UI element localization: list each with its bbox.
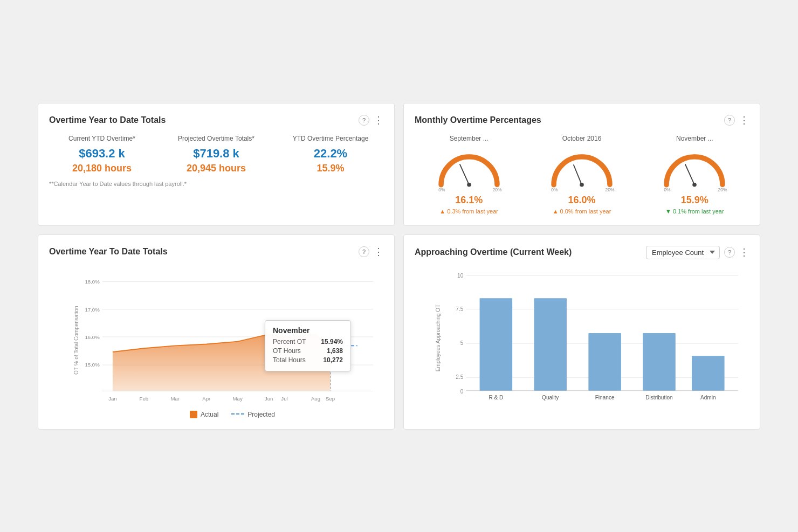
tooltip-hours-label: OT Hours <box>273 347 301 355</box>
tooltip-month: November <box>273 326 343 335</box>
tooltip-total-row: Total Hours 10,272 <box>273 356 343 364</box>
svg-point-3 <box>467 183 471 187</box>
bar-admin <box>692 356 725 391</box>
metric-current-ytd-dollars: $693.2 k <box>49 147 155 161</box>
svg-text:7.5: 7.5 <box>456 306 463 312</box>
approaching-ot-header: Approaching Overtime (Current Week) Empl… <box>415 246 749 259</box>
gauge-oct-svg: 0% 20% <box>544 147 620 192</box>
gauge-nov-svg: 0% 20% <box>657 147 732 192</box>
gauge-oct-title: October 2016 <box>562 135 602 142</box>
svg-text:Admin: Admin <box>700 395 716 400</box>
metric-projected-hours: 20,945 hours <box>163 163 269 174</box>
svg-text:Jun: Jun <box>265 395 273 401</box>
svg-text:Aug: Aug <box>311 395 320 401</box>
svg-text:18.0%: 18.0% <box>85 279 100 285</box>
ytd-chart-help-button[interactable]: ? <box>359 246 369 257</box>
monthly-ot-icons: ? ⋮ <box>724 114 749 126</box>
legend-actual: Actual <box>190 411 218 418</box>
approaching-ot-more-icon[interactable]: ⋮ <box>739 246 749 258</box>
bar-distribution <box>643 333 676 390</box>
tooltip-percent-row: Percent OT 15.94% <box>273 338 343 346</box>
svg-text:20%: 20% <box>492 187 501 192</box>
legend-projected-label: Projected <box>247 411 275 418</box>
bar-finance <box>588 333 621 390</box>
svg-text:0%: 0% <box>551 187 558 192</box>
ytd-chart-area: 18.0% 17.0% 16.0% 15.0% <box>81 266 383 406</box>
gauge-sept-title: September ... <box>450 135 489 142</box>
bar-chart-container: Employees Approaching OT 10 7.5 5 2.5 0 <box>415 268 749 408</box>
ytd-totals-help-button[interactable]: ? <box>359 115 369 126</box>
bar-quality <box>534 298 567 391</box>
svg-text:10: 10 <box>457 273 464 279</box>
ytd-totals-card: Overtime Year to Date Totals ? ⋮ Current… <box>38 103 395 226</box>
ytd-chart-header: Overtime Year To Date Totals ? ⋮ <box>49 246 383 258</box>
monthly-ot-more-icon[interactable]: ⋮ <box>739 114 749 126</box>
metric-projected-label: Projected Overtime Totals* <box>163 135 269 142</box>
svg-text:Apr: Apr <box>202 395 211 401</box>
ytd-metrics-grid: Current YTD Overtime* $693.2 k 20,180 ho… <box>49 135 383 174</box>
chart-tooltip: November Percent OT 15.94% OT Hours 1,63… <box>265 320 351 371</box>
svg-text:17.0%: 17.0% <box>85 306 100 312</box>
ytd-totals-header: Overtime Year to Date Totals ? ⋮ <box>49 114 383 126</box>
tooltip-percent-label: Percent OT <box>273 338 306 346</box>
ytd-totals-icons: ? ⋮ <box>359 114 383 126</box>
metric-percentage-orange: 15.9% <box>278 163 383 174</box>
legend-actual-swatch <box>190 411 197 418</box>
ytd-chart-more-icon[interactable]: ⋮ <box>374 246 383 258</box>
approaching-ot-help-button[interactable]: ? <box>724 247 735 258</box>
svg-text:Finance: Finance <box>595 395 615 400</box>
bar-chart-area: 10 7.5 5 2.5 0 R & D Quality <box>444 268 749 408</box>
metric-current-ytd-hours: 20,180 hours <box>49 163 155 174</box>
gauge-sept-arrow-icon: ▲ <box>439 208 445 215</box>
svg-text:15.0%: 15.0% <box>85 362 100 368</box>
legend-projected: Projected <box>231 411 275 418</box>
gauge-nov-title: November ... <box>676 135 713 142</box>
tooltip-percent-value: 15.94% <box>321 338 343 346</box>
svg-text:20%: 20% <box>605 187 614 192</box>
gauge-sept-value: 16.1% <box>455 195 483 206</box>
gauge-oct-value: 16.0% <box>568 195 595 206</box>
ytd-chart-container: OT % of Total Compensation 18.0% 17.0% 1… <box>49 266 383 418</box>
approaching-ot-controls: Employee Count Hours ? ⋮ <box>646 246 749 259</box>
gauge-oct-arrow-icon: ▲ <box>553 208 559 215</box>
metric-current-ytd: Current YTD Overtime* $693.2 k 20,180 ho… <box>49 135 155 174</box>
svg-text:0%: 0% <box>438 187 445 192</box>
gauge-nov-value: 15.9% <box>681 195 708 206</box>
gauge-nov-arrow-icon: ▼ <box>665 208 671 215</box>
svg-text:Jan: Jan <box>108 395 117 401</box>
approaching-ot-title: Approaching Overtime (Current Week) <box>415 247 572 257</box>
metric-percentage-value: 22.2% <box>278 147 383 161</box>
legend-projected-swatch <box>231 413 244 415</box>
tooltip-hours-value: 1,638 <box>327 347 343 355</box>
svg-text:May: May <box>233 395 243 401</box>
monthly-ot-header: Monthly Overtime Percentages ? ⋮ <box>415 114 749 126</box>
svg-text:5: 5 <box>460 340 464 346</box>
employee-count-dropdown[interactable]: Employee Count Hours <box>646 246 720 259</box>
monthly-ot-title: Monthly Overtime Percentages <box>415 115 541 125</box>
approaching-ot-card: Approaching Overtime (Current Week) Empl… <box>403 234 760 430</box>
tooltip-total-value: 10,272 <box>323 356 343 364</box>
monthly-ot-help-button[interactable]: ? <box>724 115 735 126</box>
svg-line-10 <box>685 164 694 185</box>
monthly-ot-card: Monthly Overtime Percentages ? ⋮ Septemb… <box>403 103 760 226</box>
svg-line-2 <box>460 164 469 185</box>
metric-projected-dollars: $719.8 k <box>163 147 269 161</box>
svg-text:0%: 0% <box>664 187 671 192</box>
ytd-chart-card: Overtime Year To Date Totals ? ⋮ OT % of… <box>38 234 395 430</box>
bar-rd <box>480 298 513 391</box>
svg-point-7 <box>580 183 584 187</box>
svg-text:16.0%: 16.0% <box>85 334 100 340</box>
svg-text:Feb: Feb <box>140 395 149 401</box>
legend-actual-label: Actual <box>201 411 218 418</box>
svg-text:Sep: Sep <box>326 395 335 401</box>
svg-text:Mar: Mar <box>170 395 180 401</box>
gauge-october: October 2016 0% 20% 16.0% ▲ 0.0% from la… <box>527 135 636 215</box>
metric-current-ytd-label: Current YTD Overtime* <box>49 135 155 142</box>
bar-chart-y-label: Employees Approaching OT <box>435 303 441 373</box>
svg-text:Distribution: Distribution <box>645 395 672 400</box>
svg-text:Jul: Jul <box>281 395 287 401</box>
gauge-nov-change: ▼ 0.1% from last year <box>665 208 724 215</box>
tooltip-hours-row: OT Hours 1,638 <box>273 347 343 355</box>
ytd-totals-more-icon[interactable]: ⋮ <box>374 114 383 126</box>
gauge-oct-change: ▲ 0.0% from last year <box>553 208 611 215</box>
